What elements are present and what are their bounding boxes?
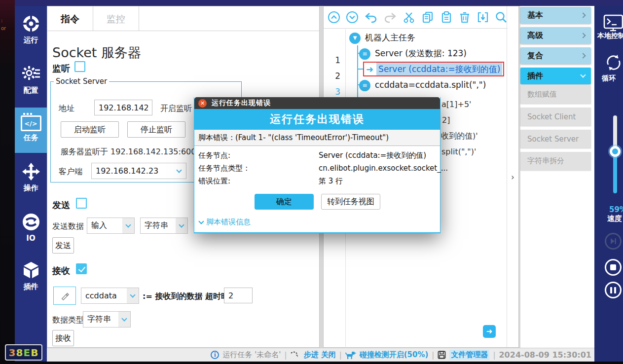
client-dropdown[interactable]: 192.168.142.23: [91, 163, 186, 179]
send-type-dropdown[interactable]: 字符串: [140, 218, 188, 234]
dialog-banner-title: 运行任务出现错误: [194, 109, 440, 130]
palette-category-basic[interactable]: 基本: [520, 7, 591, 24]
address-input[interactable]: [94, 100, 152, 115]
sidebar-item-plugin[interactable]: 插件: [15, 260, 47, 291]
speed-slider-thumb[interactable]: [610, 146, 621, 157]
sidebar-item-run[interactable]: 运行: [15, 14, 47, 45]
send-data-label: 发送数据: [52, 221, 84, 232]
palette-category-advanced[interactable]: 高级: [520, 27, 591, 44]
file-manager-icon: [438, 351, 446, 359]
lines-node-icon: ≡: [359, 80, 370, 91]
dialog-title-bar[interactable]: ✕ 运行任务出现错误: [194, 97, 440, 109]
sidebar-item-io[interactable]: IO: [15, 212, 47, 243]
paste-icon[interactable]: [440, 11, 453, 24]
delete-icon[interactable]: [458, 11, 471, 24]
collapse-up-icon[interactable]: [328, 11, 340, 24]
local-control-label: 本地控制: [597, 32, 623, 40]
loop-label: 循环: [602, 74, 616, 83]
window-top-bar: [15, 0, 623, 6]
tree-row-split[interactable]: ≡ccddata=ccddata.split(","): [359, 77, 486, 93]
sidebar-item-task[interactable]: </> 任务: [15, 108, 47, 153]
ok-button[interactable]: 确定: [255, 194, 314, 210]
category-label: 插件: [527, 71, 543, 81]
step-next-button[interactable]: ➜: [483, 325, 496, 338]
pause-button[interactable]: [605, 282, 622, 298]
copy-icon[interactable]: [421, 11, 435, 24]
tab-command[interactable]: 指令: [47, 6, 93, 31]
chevron-down-icon: [580, 72, 586, 77]
close-icon[interactable]: ✕: [198, 99, 207, 108]
collision-detect-status[interactable]: 碰撞检测开启(50%): [360, 350, 429, 360]
tree-row-server-receive-selected[interactable]: ➜ Server (ccddata:=接收到的值): [363, 62, 504, 76]
robot-id-badge[interactable]: 3 8 E B: [5, 344, 42, 361]
replace-icon[interactable]: [476, 11, 489, 24]
send-button[interactable]: 发送: [52, 237, 74, 254]
goto-task-view-button[interactable]: 转到任务视图: [321, 194, 380, 210]
cut-icon[interactable]: [403, 11, 415, 24]
palette-item-socket-server[interactable]: Socket Server: [520, 130, 591, 148]
listen-checkbox[interactable]: [74, 61, 85, 72]
sidebar-item-config[interactable]: 配置: [15, 64, 47, 95]
palette-category-composite[interactable]: 复合: [520, 47, 591, 64]
status-bar: i 运行任务 '未命名' | 步进 关闭 | 碰撞检测开启(50%) | 文件管…: [47, 348, 594, 362]
system-datetime: 2024-08-09 15:30:01: [499, 350, 591, 360]
search-icon[interactable]: [495, 11, 508, 24]
palette-item-string-split[interactable]: 字符串拆分: [520, 152, 591, 170]
tab-monitor[interactable]: 监控: [93, 6, 139, 31]
step-mode-icon: [290, 351, 300, 360]
move-arrows-icon: [21, 162, 41, 182]
tree-row-fragment: 2]: [442, 114, 450, 127]
group-title: Socket Server: [54, 77, 109, 86]
line-number: 2: [326, 68, 340, 84]
tree-row-label: ccddata=ccddata.split(","): [375, 80, 486, 90]
field-label: 错误位置:: [198, 177, 230, 185]
tree-row-main-task[interactable]: ▼机器人主任务: [349, 30, 415, 45]
speed-slider-track-filled[interactable]: [613, 154, 617, 193]
step-mode-status[interactable]: 步进 关闭: [303, 350, 335, 360]
edit-variable-button[interactable]: [53, 287, 76, 305]
category-label: 基本: [527, 10, 543, 21]
file-manager-link[interactable]: 文件管理器: [449, 350, 489, 360]
receive-variable-dropdown[interactable]: ccddata: [81, 288, 139, 304]
sidebar-item-operate[interactable]: 操作: [15, 162, 47, 193]
undo-icon[interactable]: [364, 11, 378, 24]
palette-item-socket-client[interactable]: Socket Client: [520, 108, 591, 126]
field-label: 任务节点类型：: [198, 164, 250, 173]
sidebar-item-label: IO: [15, 234, 47, 243]
collapse-handle-glyph: ›: [511, 172, 514, 182]
stop-button[interactable]: [605, 259, 622, 276]
local-terminal-icon[interactable]: [603, 14, 623, 33]
collapse-down-icon[interactable]: [346, 11, 359, 24]
status-divider: |: [339, 351, 342, 360]
listen-label: 监听: [52, 63, 70, 74]
chevron-down-icon: [130, 292, 135, 297]
loop-icon[interactable]: [604, 53, 623, 72]
send-checkbox[interactable]: [76, 198, 87, 209]
sidebar-item-label: 运行: [15, 36, 47, 45]
palette-category-plugin[interactable]: 插件: [520, 68, 591, 84]
tree-row-server-send[interactable]: ≡Server (发送数据: 123): [359, 45, 467, 61]
script-error-detail-toggle[interactable]: 脚本错误信息: [199, 218, 251, 227]
redo-icon[interactable]: [383, 11, 397, 24]
timeout-input[interactable]: [224, 288, 253, 303]
send-source-dropdown[interactable]: 输入: [87, 218, 135, 234]
data-type-dropdown[interactable]: 字符串: [83, 311, 131, 328]
status-divider: |: [432, 351, 434, 360]
badge-char: 3: [9, 347, 16, 359]
step-forward-button[interactable]: [605, 233, 622, 250]
main-nav-sidebar: 运行 配置 </> 任务: [15, 6, 47, 362]
start-listen-button[interactable]: 启动监听: [61, 121, 119, 138]
status-divider: |: [493, 351, 495, 360]
tree-row-label: Server (ccddata:=接收到的值): [376, 63, 502, 75]
status-divider: |: [284, 351, 287, 360]
send-type-value: 字符串: [141, 220, 176, 231]
panel-collapse-handle[interactable]: ›: [507, 6, 518, 347]
palette-item-array-assign[interactable]: 数组赋值: [520, 85, 591, 104]
dialog-field-error-position: 错误位置: 第 3 行: [198, 175, 437, 187]
expand-triangle-icon[interactable]: ▼: [349, 33, 361, 44]
speed-label: 速度: [607, 214, 622, 223]
receive-checkbox[interactable]: [76, 263, 87, 274]
stop-listen-button[interactable]: 停止监听: [127, 121, 185, 138]
receive-button[interactable]: 接收: [52, 330, 74, 346]
running-task-status: 运行任务 '未命名': [222, 350, 281, 360]
